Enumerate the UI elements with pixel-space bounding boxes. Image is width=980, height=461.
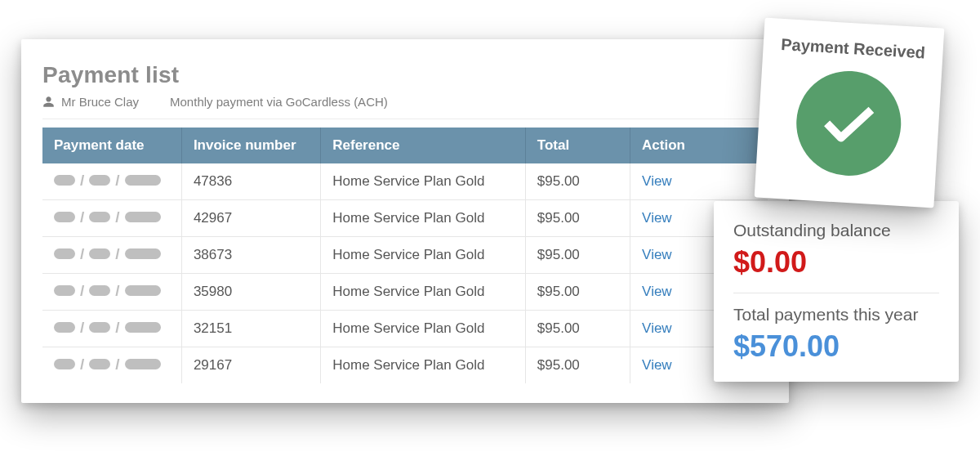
table-row: //42967Home Service Plan Gold$95.00View [42,200,768,237]
payment-received-title: Payment Received [774,34,932,62]
page-title: Payment list [42,62,768,88]
col-header-action: Action [630,128,768,163]
panel-meta: Mr Bruce Clay Monthly payment via GoCard… [42,95,768,119]
redacted-date: // [54,248,161,259]
cell-payment-date: // [42,163,181,200]
col-header-total: Total [525,128,630,163]
table-row: //29167Home Service Plan Gold$95.00View [42,347,768,384]
redacted-date: // [54,359,161,369]
cell-reference: Home Service Plan Gold [321,237,526,274]
cell-payment-date: // [42,311,181,347]
view-link[interactable]: View [642,320,672,336]
payments-table: Payment date Invoice number Reference To… [42,128,768,383]
cell-reference: Home Service Plan Gold [321,274,526,311]
summary-card: Outstanding balance $0.00 Total payments… [714,201,959,382]
redacted-date: // [54,212,161,222]
view-link[interactable]: View [642,210,672,226]
view-link[interactable]: View [642,284,672,299]
user-icon [42,96,55,108]
payment-list-panel: Payment list Mr Bruce Clay Monthly payme… [21,39,789,403]
cell-payment-date: // [42,237,181,274]
view-link[interactable]: View [642,247,672,262]
cell-total: $95.00 [525,347,630,384]
cell-total: $95.00 [525,274,630,311]
check-icon [794,68,904,178]
cell-invoice-number: 32151 [181,311,320,347]
col-header-reference: Reference [321,128,526,163]
col-header-date: Payment date [42,128,181,163]
table-header-row: Payment date Invoice number Reference To… [42,128,768,163]
cell-total: $95.00 [525,311,630,347]
cell-reference: Home Service Plan Gold [321,163,526,200]
cell-reference: Home Service Plan Gold [321,200,526,237]
cell-total: $95.00 [525,200,630,237]
redacted-date: // [54,175,161,186]
cell-payment-date: // [42,200,181,237]
table-row: //47836Home Service Plan Gold$95.00View [42,163,768,200]
cell-reference: Home Service Plan Gold [321,347,526,384]
table-row: //35980Home Service Plan Gold$95.00View [42,274,768,311]
cell-invoice-number: 35980 [181,274,320,311]
cell-reference: Home Service Plan Gold [321,311,526,347]
view-link[interactable]: View [642,357,672,373]
cell-total: $95.00 [525,237,630,274]
redacted-date: // [54,285,161,296]
cell-action: View [630,163,768,200]
payment-received-card: Payment Received [755,18,945,208]
cell-invoice-number: 38673 [181,237,320,274]
cell-total: $95.00 [525,163,630,200]
cell-invoice-number: 47836 [181,163,320,200]
payment-method-label: Monthly payment via GoCardless (ACH) [170,95,388,109]
redacted-date: // [54,322,161,333]
divider [733,293,939,293]
cell-invoice-number: 42967 [181,200,320,237]
col-header-invoice: Invoice number [181,128,320,163]
view-link[interactable]: View [642,173,672,189]
cell-payment-date: // [42,347,181,384]
total-payments-value: $570.00 [733,329,939,364]
user-chip: Mr Bruce Clay [42,95,139,109]
cell-invoice-number: 29167 [181,347,320,384]
cell-payment-date: // [42,274,181,311]
table-row: //38673Home Service Plan Gold$95.00View [42,237,768,274]
outstanding-balance-label: Outstanding balance [733,221,939,240]
table-row: //32151Home Service Plan Gold$95.00View [42,311,768,347]
outstanding-balance-value: $0.00 [733,245,939,280]
user-name: Mr Bruce Clay [61,95,139,109]
total-payments-label: Total payments this year [733,305,939,324]
